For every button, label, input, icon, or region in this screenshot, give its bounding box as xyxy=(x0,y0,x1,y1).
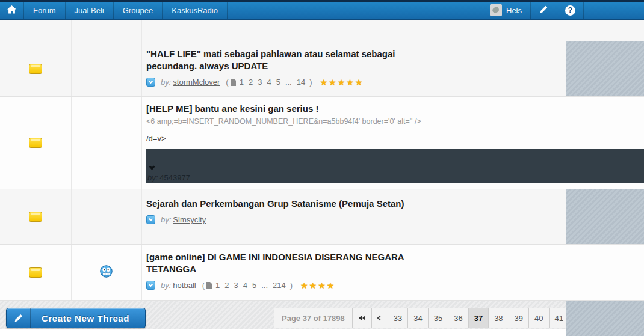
pages-paren: ) xyxy=(290,281,293,290)
thread-title[interactable]: [HELP ME] bantu ane kesini gan serius ! xyxy=(146,103,644,115)
last-post-column-block xyxy=(566,301,644,336)
page-37-button[interactable]: 37 xyxy=(469,308,489,328)
user-avatar xyxy=(490,4,502,16)
page-link[interactable]: 14 xyxy=(297,78,305,87)
chevron-down-icon xyxy=(149,164,155,170)
page-link[interactable]: 4 xyxy=(267,78,271,87)
nav-item-kaskusradio[interactable]: KaskusRadio xyxy=(163,2,228,19)
partial-thread-row xyxy=(0,20,644,41)
nav-item-groupee[interactable]: Groupee xyxy=(114,2,163,19)
goto-last-post-icon[interactable] xyxy=(146,78,155,87)
page-38-button[interactable]: 38 xyxy=(489,308,509,328)
goto-last-post-icon[interactable] xyxy=(146,215,155,224)
embedded-content-panel: by:4543977 xyxy=(146,149,644,183)
home-icon xyxy=(7,5,16,16)
folder-icon xyxy=(29,138,42,148)
page-link[interactable]: 2 xyxy=(224,281,229,290)
page-link[interactable]: 214 xyxy=(273,281,286,290)
left-chevron-icon xyxy=(377,316,382,320)
prev-page-button[interactable] xyxy=(372,308,388,328)
last-post-column-block xyxy=(566,189,644,244)
page-36-button[interactable]: 36 xyxy=(448,308,468,328)
compose-button[interactable] xyxy=(531,2,557,19)
thread-row: [game online] DI GAME INI INDONESIA DISE… xyxy=(0,245,644,301)
thread-author[interactable]: 4543977 xyxy=(159,173,190,182)
thread-author-link[interactable]: hotball xyxy=(173,281,196,290)
pagination-label: Page 37 of 17898 xyxy=(274,308,353,328)
thread-row: Sejarah dan Perkembangan Grup Satanisme … xyxy=(0,189,644,245)
rating-stars: ★★★★★ xyxy=(320,78,364,87)
top-navbar: Forum Jual Beli Groupee KaskusRadio Hels… xyxy=(0,0,644,20)
pencil-icon xyxy=(539,5,548,16)
create-new-thread-button[interactable]: Create New Thread xyxy=(6,308,146,328)
create-new-thread-label: Create New Thread xyxy=(31,308,145,328)
page-link[interactable]: ... xyxy=(261,281,268,290)
page-link[interactable]: 5 xyxy=(252,281,256,290)
thread-row: [HELP ME] bantu ane kesini gan serius ! … xyxy=(0,97,644,189)
page-link[interactable]: 3 xyxy=(258,78,262,87)
double-left-arrow-icon xyxy=(359,316,365,320)
by-label: by: xyxy=(147,173,158,182)
nav-item-forum[interactable]: Forum xyxy=(24,2,66,19)
pages-paren: ) xyxy=(309,78,312,87)
page-33-button[interactable]: 33 xyxy=(388,308,408,328)
page-link[interactable]: 5 xyxy=(276,78,280,87)
first-page-button[interactable] xyxy=(353,308,372,328)
pencil-icon xyxy=(7,308,31,328)
page-link[interactable]: 1 xyxy=(215,281,220,290)
grin-smiley-icon xyxy=(100,265,113,280)
user-name: Hels xyxy=(506,6,522,15)
folder-icon xyxy=(29,267,42,278)
last-post-column-block xyxy=(566,41,644,96)
help-icon: ? xyxy=(565,5,575,16)
by-label: by: xyxy=(161,215,171,224)
pages-paren: ( xyxy=(202,281,205,290)
page-link[interactable]: 3 xyxy=(234,281,238,290)
page-link[interactable]: ... xyxy=(285,78,292,87)
thread-author-link[interactable]: stormMclover xyxy=(173,78,220,87)
page-40-button[interactable]: 40 xyxy=(529,308,549,328)
page-35-button[interactable]: 35 xyxy=(429,308,448,328)
page-link[interactable]: 1 xyxy=(240,78,244,87)
thread-row: "HALF LIFE" mati sebagai pahlawan atau s… xyxy=(0,41,644,97)
user-menu[interactable]: Hels xyxy=(481,2,531,19)
folder-icon xyxy=(29,212,42,222)
forum-page: Forum Jual Beli Groupee KaskusRadio Hels… xyxy=(0,0,644,336)
page-links: 12345...214 xyxy=(213,281,288,290)
pages-icon xyxy=(231,79,236,86)
nav-item-jual-beli[interactable]: Jual Beli xyxy=(66,2,114,19)
page-link[interactable]: 4 xyxy=(243,281,247,290)
thread-author-link[interactable]: Simsycity xyxy=(173,215,206,224)
footer-bar: Create New Thread Page 37 of 17898333435… xyxy=(0,301,644,336)
thread-title[interactable]: "HALF LIFE" mati sebagai pahlawan atau s… xyxy=(146,48,420,73)
page-39-button[interactable]: 39 xyxy=(509,308,529,328)
thread-title[interactable]: [game online] DI GAME INI INDONESIA DISE… xyxy=(146,251,417,276)
folder-icon xyxy=(29,64,42,74)
page-links: 12345...14 xyxy=(237,78,308,87)
by-label: by: xyxy=(161,281,171,290)
home-button[interactable] xyxy=(0,2,24,19)
pages-paren: ( xyxy=(226,78,228,87)
help-button[interactable]: ? xyxy=(557,2,584,19)
pages-icon xyxy=(206,282,212,289)
thread-snippet: <6 amp;=b=INSERT_RANDOM_NUMBER_HERE&n=a5… xyxy=(146,117,644,126)
thread-snippet: /d=v> xyxy=(146,134,644,143)
page-34-button[interactable]: 34 xyxy=(408,308,428,328)
by-label: by: xyxy=(161,78,171,87)
page-link[interactable]: 2 xyxy=(249,78,253,87)
goto-last-post-icon[interactable] xyxy=(146,281,155,290)
rating-stars: ★★★★ xyxy=(300,281,335,290)
